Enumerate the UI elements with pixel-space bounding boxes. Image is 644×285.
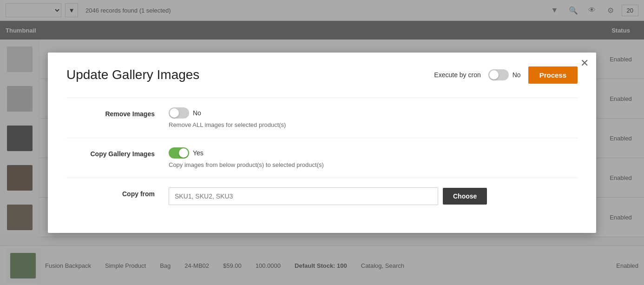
remove-images-label: Remove Images [66,107,169,118]
remove-images-row: Remove Images No Remove ALL images for s… [66,98,578,138]
remove-images-toggle[interactable] [169,107,189,119]
toggle-knob [489,70,499,80]
copy-gallery-state: Yes [193,149,204,157]
execute-by-cron-label: Execute by cron [434,71,480,79]
remove-images-control: No Remove ALL images for selected produc… [169,107,578,128]
toggle-knob [170,108,179,118]
cron-toggle[interactable] [488,69,509,80]
modal-header-controls: Execute by cron No Process [434,66,578,84]
copy-gallery-helper: Copy images from below product(s) to sel… [169,161,578,168]
choose-button[interactable]: Choose [443,188,487,205]
sku-input[interactable] [169,187,438,205]
modal-header: Update Gallery Images Execute by cron No… [66,66,578,84]
copy-from-label: Copy from [66,187,169,198]
copy-from-row: Copy from Choose [66,178,578,214]
modal-overlay: ✕ Update Gallery Images Execute by cron … [0,0,644,285]
copy-gallery-toggle-row: Yes [169,147,578,159]
copy-gallery-control: Yes Copy images from below product(s) to… [169,147,578,168]
modal-dialog: ✕ Update Gallery Images Execute by cron … [48,53,596,233]
modal-title: Update Gallery Images [66,67,199,82]
cron-toggle-wrapper: No [488,69,521,80]
cron-state-label: No [513,71,521,79]
remove-images-helper: Remove ALL images for selected product(s… [169,121,578,128]
copy-gallery-label: Copy Gallery Images [66,147,169,158]
process-button[interactable]: Process [528,66,578,84]
copy-gallery-row: Copy Gallery Images Yes Copy images from… [66,138,578,178]
copy-gallery-toggle[interactable] [169,147,189,159]
close-button[interactable]: ✕ [580,58,589,68]
remove-images-toggle-row: No [169,107,578,119]
copy-from-input-row: Choose [169,187,578,205]
toggle-knob [179,148,188,158]
copy-from-control: Choose [169,187,578,205]
remove-images-state: No [193,109,201,117]
